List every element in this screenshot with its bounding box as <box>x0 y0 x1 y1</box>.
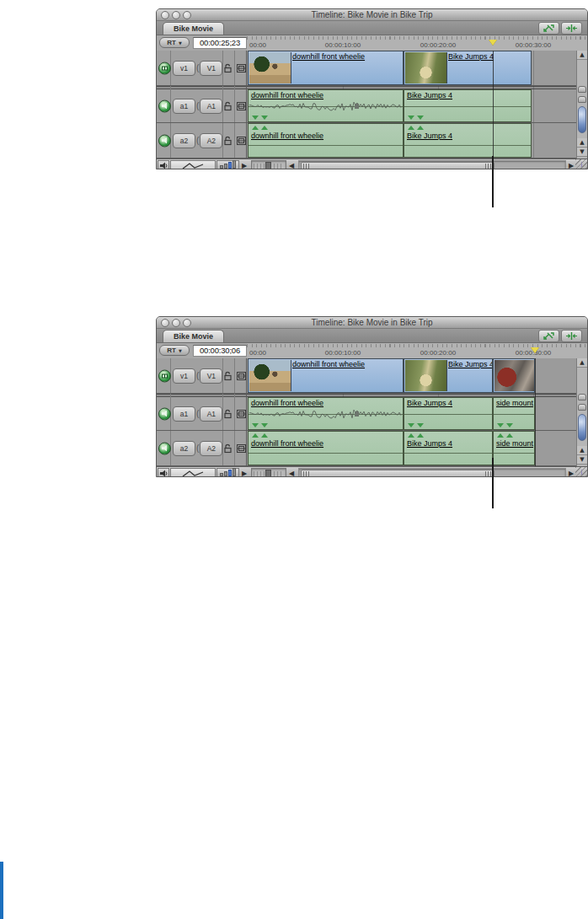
track-resize-thumb[interactable] <box>578 404 586 411</box>
zoom-grip-left[interactable] <box>303 471 310 477</box>
track-lock-button[interactable] <box>224 443 232 453</box>
track-layout-popup-arrow[interactable]: ▶ <box>242 469 247 477</box>
destination-control-V1[interactable]: V1 <box>200 368 222 384</box>
destination-control-A2[interactable]: A2 <box>200 441 222 456</box>
audio-track-a2[interactable]: downhill front wheelieBike Jumps 4 <box>247 123 576 159</box>
track-resize-thumb[interactable] <box>578 96 586 103</box>
track-resize-thumb[interactable] <box>578 394 586 400</box>
playhead-line[interactable] <box>493 51 494 159</box>
playhead-line[interactable] <box>535 358 536 466</box>
audio-clip[interactable]: downhill front wheelie <box>248 89 404 122</box>
tab-bike-movie[interactable]: Bike Movie <box>163 22 224 35</box>
source-control-v1[interactable]: v1 <box>173 61 195 76</box>
track-lock-button[interactable] <box>224 136 232 145</box>
zoom-grip-right[interactable] <box>485 471 492 477</box>
track-resize-thumb[interactable] <box>578 86 586 93</box>
horizontal-scroll-thumb[interactable] <box>301 162 494 169</box>
timeline-content[interactable]: downhill front wheelieBike Jumps 4 downh… <box>247 51 576 159</box>
zoom-grip-right[interactable] <box>485 164 492 169</box>
audio-clip[interactable]: side mount <box>493 431 535 465</box>
window-resize-grip[interactable] <box>575 467 587 477</box>
audio-clip[interactable]: downhill front wheelie <box>248 431 404 465</box>
destination-control-A1[interactable]: A1 <box>200 99 222 114</box>
video-clip[interactable]: Bike Jumps 4 <box>404 51 532 85</box>
scroll-up-button[interactable]: ▲ <box>577 358 587 368</box>
track-lock-button[interactable] <box>224 63 232 73</box>
track-height-option[interactable] <box>224 164 227 169</box>
video-track-v1[interactable]: downhill front wheelieBike Jumps 4 <box>247 358 576 394</box>
video-track-enable-button[interactable] <box>158 369 171 382</box>
audible-control-button[interactable] <box>158 468 169 477</box>
scroll-up-button[interactable]: ▲ <box>577 138 587 148</box>
audio-track-enable-button[interactable] <box>158 99 171 112</box>
destination-control-V1[interactable]: V1 <box>200 61 222 76</box>
zoom-slider[interactable] <box>251 468 286 477</box>
scroll-right-arrow[interactable]: ▶ <box>569 161 574 169</box>
auto-select-button[interactable] <box>237 102 246 110</box>
track-height-option-selected[interactable] <box>228 470 232 476</box>
video-track-v1[interactable]: downhill front wheelieBike Jumps 4 <box>247 51 576 86</box>
vertical-scroll-thumb[interactable] <box>578 414 586 441</box>
current-timecode-field[interactable]: 00:00:25;23 <box>193 37 247 49</box>
horizontal-scroll-thumb[interactable] <box>301 470 494 477</box>
zoom-slider[interactable] <box>251 160 286 169</box>
auto-select-button[interactable] <box>237 64 246 73</box>
track-height-option[interactable] <box>233 468 236 476</box>
auto-select-button[interactable] <box>237 372 246 380</box>
snapping-button[interactable] <box>561 330 582 342</box>
clip-overlays-button[interactable] <box>170 160 216 169</box>
scroll-up-button[interactable]: ▲ <box>577 51 587 60</box>
video-clip[interactable]: downhill front wheelie <box>248 51 404 85</box>
playhead-marker[interactable] <box>489 40 497 46</box>
scroll-right-arrow[interactable]: ▶ <box>569 469 574 477</box>
vertical-scroll-thumb[interactable] <box>578 106 586 133</box>
source-control-a1[interactable]: a1 <box>173 99 195 114</box>
track-lock-button[interactable] <box>224 371 232 380</box>
vertical-scrollbar[interactable]: ▲ ▲ ▼ <box>576 51 587 159</box>
current-timecode-field[interactable]: 00:00:30;06 <box>193 345 247 357</box>
auto-select-button[interactable] <box>237 137 246 145</box>
destination-control-A2[interactable]: A2 <box>200 133 222 148</box>
source-control-a1[interactable]: a1 <box>173 406 195 422</box>
source-control-a2[interactable]: a2 <box>173 441 195 456</box>
audio-clip[interactable]: downhill front wheelie <box>248 123 404 158</box>
audio-track-a1[interactable]: downhill front wheelieBike Jumps 4 <box>247 89 576 123</box>
track-layout-popup-arrow[interactable]: ▶ <box>242 161 247 169</box>
window-titlebar[interactable]: Timeline: Bike Movie in Bike Trip <box>157 317 587 329</box>
audio-clip[interactable]: Bike Jumps 4 <box>404 89 532 122</box>
horizontal-scrollbar[interactable] <box>298 468 566 477</box>
track-height-option[interactable] <box>220 165 223 169</box>
track-lock-button[interactable] <box>224 101 232 110</box>
timeline-content[interactable]: downhill front wheelieBike Jumps 4 downh… <box>247 358 576 466</box>
audio-track-a2[interactable]: downhill front wheelieBike Jumps 4side m… <box>247 431 576 466</box>
zoom-grip-left[interactable] <box>303 164 310 169</box>
source-control-v1[interactable]: v1 <box>173 368 195 384</box>
window-resize-grip[interactable] <box>575 159 587 169</box>
zoom-slider-thumb[interactable] <box>265 162 271 169</box>
linked-selection-button[interactable] <box>538 330 559 342</box>
track-height-option[interactable] <box>224 471 227 476</box>
audio-clip[interactable]: Bike Jumps 4 <box>404 431 493 465</box>
zoom-slider-thumb[interactable] <box>265 470 271 477</box>
video-clip[interactable] <box>493 358 535 393</box>
track-height-control[interactable] <box>216 160 239 169</box>
audio-clip[interactable]: downhill front wheelie <box>248 397 404 430</box>
auto-select-button[interactable] <box>237 444 246 453</box>
scroll-down-button[interactable]: ▼ <box>577 455 587 465</box>
source-control-a2[interactable]: a2 <box>173 133 195 148</box>
scroll-left-arrow[interactable]: ◀ <box>289 161 294 169</box>
audio-track-enable-button[interactable] <box>158 407 171 420</box>
track-height-option[interactable] <box>233 160 236 169</box>
audible-control-button[interactable] <box>158 160 169 169</box>
auto-select-button[interactable] <box>237 410 246 418</box>
timeline-ruler[interactable]: 00:00 00:00:10:00 00:00:20:00 00:00:30:0… <box>247 343 587 359</box>
timeline-ruler[interactable]: 00:00 00:00:10:00 00:00:20:00 00:00:30:0… <box>247 35 587 51</box>
window-titlebar[interactable]: Timeline: Bike Movie in Bike Trip <box>157 9 587 21</box>
horizontal-scrollbar[interactable] <box>298 160 566 169</box>
track-height-control[interactable] <box>216 468 239 477</box>
video-clip[interactable]: Bike Jumps 4 <box>404 358 493 393</box>
rt-popup-button[interactable]: RT ▼ <box>159 37 190 48</box>
scroll-down-button[interactable]: ▼ <box>577 148 587 157</box>
playhead-marker[interactable] <box>531 347 539 353</box>
scroll-left-arrow[interactable]: ◀ <box>289 469 294 477</box>
